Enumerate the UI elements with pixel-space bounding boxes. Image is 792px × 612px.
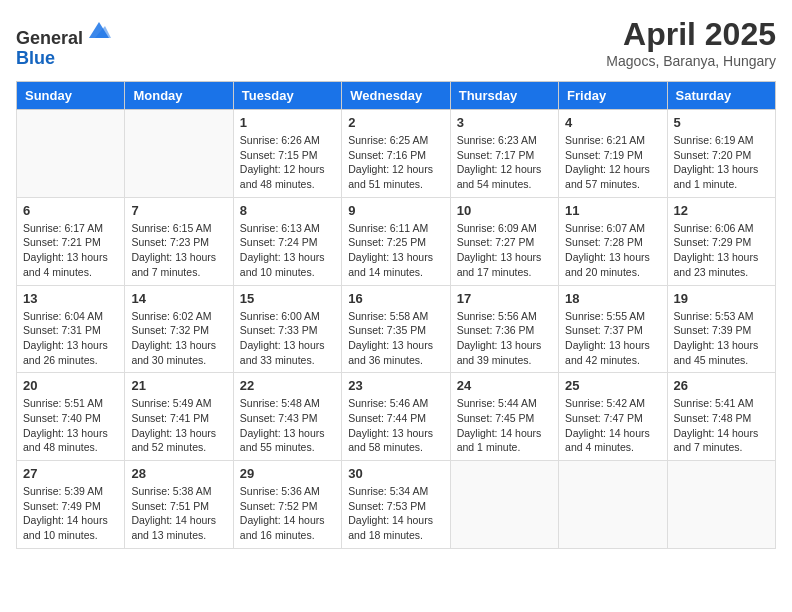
calendar-cell: 30Sunrise: 5:34 AM Sunset: 7:53 PM Dayli… <box>342 461 450 549</box>
day-number: 18 <box>565 291 660 306</box>
day-info: Sunrise: 6:07 AM Sunset: 7:28 PM Dayligh… <box>565 221 660 280</box>
day-number: 24 <box>457 378 552 393</box>
day-number: 10 <box>457 203 552 218</box>
day-number: 7 <box>131 203 226 218</box>
day-number: 2 <box>348 115 443 130</box>
day-info: Sunrise: 5:42 AM Sunset: 7:47 PM Dayligh… <box>565 396 660 455</box>
day-number: 5 <box>674 115 769 130</box>
day-info: Sunrise: 5:41 AM Sunset: 7:48 PM Dayligh… <box>674 396 769 455</box>
weekday-header-wednesday: Wednesday <box>342 82 450 110</box>
day-info: Sunrise: 5:56 AM Sunset: 7:36 PM Dayligh… <box>457 309 552 368</box>
calendar-cell: 8Sunrise: 6:13 AM Sunset: 7:24 PM Daylig… <box>233 197 341 285</box>
calendar-title: April 2025 <box>606 16 776 53</box>
day-info: Sunrise: 6:25 AM Sunset: 7:16 PM Dayligh… <box>348 133 443 192</box>
calendar-cell: 7Sunrise: 6:15 AM Sunset: 7:23 PM Daylig… <box>125 197 233 285</box>
day-number: 17 <box>457 291 552 306</box>
calendar-week-4: 20Sunrise: 5:51 AM Sunset: 7:40 PM Dayli… <box>17 373 776 461</box>
calendar-cell: 3Sunrise: 6:23 AM Sunset: 7:17 PM Daylig… <box>450 110 558 198</box>
calendar-table: SundayMondayTuesdayWednesdayThursdayFrid… <box>16 81 776 549</box>
weekday-header-monday: Monday <box>125 82 233 110</box>
calendar-cell: 19Sunrise: 5:53 AM Sunset: 7:39 PM Dayli… <box>667 285 775 373</box>
calendar-cell: 15Sunrise: 6:00 AM Sunset: 7:33 PM Dayli… <box>233 285 341 373</box>
calendar-cell: 4Sunrise: 6:21 AM Sunset: 7:19 PM Daylig… <box>559 110 667 198</box>
day-info: Sunrise: 5:44 AM Sunset: 7:45 PM Dayligh… <box>457 396 552 455</box>
day-info: Sunrise: 5:58 AM Sunset: 7:35 PM Dayligh… <box>348 309 443 368</box>
weekday-header-friday: Friday <box>559 82 667 110</box>
calendar-cell: 18Sunrise: 5:55 AM Sunset: 7:37 PM Dayli… <box>559 285 667 373</box>
weekday-header-thursday: Thursday <box>450 82 558 110</box>
calendar-cell: 9Sunrise: 6:11 AM Sunset: 7:25 PM Daylig… <box>342 197 450 285</box>
calendar-cell: 22Sunrise: 5:48 AM Sunset: 7:43 PM Dayli… <box>233 373 341 461</box>
day-info: Sunrise: 6:21 AM Sunset: 7:19 PM Dayligh… <box>565 133 660 192</box>
calendar-cell: 25Sunrise: 5:42 AM Sunset: 7:47 PM Dayli… <box>559 373 667 461</box>
day-number: 8 <box>240 203 335 218</box>
calendar-subtitle: Magocs, Baranya, Hungary <box>606 53 776 69</box>
day-number: 3 <box>457 115 552 130</box>
day-info: Sunrise: 6:23 AM Sunset: 7:17 PM Dayligh… <box>457 133 552 192</box>
calendar-cell: 10Sunrise: 6:09 AM Sunset: 7:27 PM Dayli… <box>450 197 558 285</box>
day-number: 16 <box>348 291 443 306</box>
calendar-week-5: 27Sunrise: 5:39 AM Sunset: 7:49 PM Dayli… <box>17 461 776 549</box>
calendar-cell: 23Sunrise: 5:46 AM Sunset: 7:44 PM Dayli… <box>342 373 450 461</box>
day-info: Sunrise: 5:53 AM Sunset: 7:39 PM Dayligh… <box>674 309 769 368</box>
day-info: Sunrise: 6:15 AM Sunset: 7:23 PM Dayligh… <box>131 221 226 280</box>
calendar-cell: 13Sunrise: 6:04 AM Sunset: 7:31 PM Dayli… <box>17 285 125 373</box>
calendar-cell <box>667 461 775 549</box>
day-number: 28 <box>131 466 226 481</box>
day-info: Sunrise: 6:02 AM Sunset: 7:32 PM Dayligh… <box>131 309 226 368</box>
calendar-cell: 24Sunrise: 5:44 AM Sunset: 7:45 PM Dayli… <box>450 373 558 461</box>
day-number: 4 <box>565 115 660 130</box>
calendar-cell <box>450 461 558 549</box>
day-number: 23 <box>348 378 443 393</box>
day-number: 14 <box>131 291 226 306</box>
weekday-header-tuesday: Tuesday <box>233 82 341 110</box>
day-info: Sunrise: 6:06 AM Sunset: 7:29 PM Dayligh… <box>674 221 769 280</box>
day-number: 22 <box>240 378 335 393</box>
calendar-cell: 14Sunrise: 6:02 AM Sunset: 7:32 PM Dayli… <box>125 285 233 373</box>
calendar-body: 1Sunrise: 6:26 AM Sunset: 7:15 PM Daylig… <box>17 110 776 549</box>
calendar-cell: 5Sunrise: 6:19 AM Sunset: 7:20 PM Daylig… <box>667 110 775 198</box>
day-number: 13 <box>23 291 118 306</box>
day-info: Sunrise: 5:39 AM Sunset: 7:49 PM Dayligh… <box>23 484 118 543</box>
day-number: 25 <box>565 378 660 393</box>
day-number: 1 <box>240 115 335 130</box>
calendar-cell: 26Sunrise: 5:41 AM Sunset: 7:48 PM Dayli… <box>667 373 775 461</box>
calendar-header-row: SundayMondayTuesdayWednesdayThursdayFrid… <box>17 82 776 110</box>
calendar-cell <box>125 110 233 198</box>
header: General Blue April 2025 Magocs, Baranya,… <box>16 16 776 69</box>
day-number: 20 <box>23 378 118 393</box>
day-info: Sunrise: 5:36 AM Sunset: 7:52 PM Dayligh… <box>240 484 335 543</box>
calendar-cell: 2Sunrise: 6:25 AM Sunset: 7:16 PM Daylig… <box>342 110 450 198</box>
day-info: Sunrise: 6:09 AM Sunset: 7:27 PM Dayligh… <box>457 221 552 280</box>
day-info: Sunrise: 5:55 AM Sunset: 7:37 PM Dayligh… <box>565 309 660 368</box>
calendar-cell <box>17 110 125 198</box>
day-info: Sunrise: 6:26 AM Sunset: 7:15 PM Dayligh… <box>240 133 335 192</box>
logo: General Blue <box>16 16 113 69</box>
day-number: 27 <box>23 466 118 481</box>
day-number: 26 <box>674 378 769 393</box>
weekday-header-saturday: Saturday <box>667 82 775 110</box>
day-number: 29 <box>240 466 335 481</box>
day-info: Sunrise: 5:49 AM Sunset: 7:41 PM Dayligh… <box>131 396 226 455</box>
calendar-cell: 20Sunrise: 5:51 AM Sunset: 7:40 PM Dayli… <box>17 373 125 461</box>
calendar-week-3: 13Sunrise: 6:04 AM Sunset: 7:31 PM Dayli… <box>17 285 776 373</box>
logo-icon <box>85 16 113 44</box>
day-info: Sunrise: 5:38 AM Sunset: 7:51 PM Dayligh… <box>131 484 226 543</box>
day-info: Sunrise: 5:51 AM Sunset: 7:40 PM Dayligh… <box>23 396 118 455</box>
logo-general: General <box>16 28 83 48</box>
weekday-header-sunday: Sunday <box>17 82 125 110</box>
day-info: Sunrise: 6:00 AM Sunset: 7:33 PM Dayligh… <box>240 309 335 368</box>
day-info: Sunrise: 5:34 AM Sunset: 7:53 PM Dayligh… <box>348 484 443 543</box>
day-info: Sunrise: 5:48 AM Sunset: 7:43 PM Dayligh… <box>240 396 335 455</box>
day-info: Sunrise: 6:19 AM Sunset: 7:20 PM Dayligh… <box>674 133 769 192</box>
calendar-cell: 17Sunrise: 5:56 AM Sunset: 7:36 PM Dayli… <box>450 285 558 373</box>
day-number: 15 <box>240 291 335 306</box>
day-number: 21 <box>131 378 226 393</box>
calendar-cell: 21Sunrise: 5:49 AM Sunset: 7:41 PM Dayli… <box>125 373 233 461</box>
day-info: Sunrise: 6:04 AM Sunset: 7:31 PM Dayligh… <box>23 309 118 368</box>
calendar-cell: 27Sunrise: 5:39 AM Sunset: 7:49 PM Dayli… <box>17 461 125 549</box>
logo-blue: Blue <box>16 48 55 68</box>
calendar-cell: 6Sunrise: 6:17 AM Sunset: 7:21 PM Daylig… <box>17 197 125 285</box>
calendar-cell: 12Sunrise: 6:06 AM Sunset: 7:29 PM Dayli… <box>667 197 775 285</box>
calendar-cell: 28Sunrise: 5:38 AM Sunset: 7:51 PM Dayli… <box>125 461 233 549</box>
